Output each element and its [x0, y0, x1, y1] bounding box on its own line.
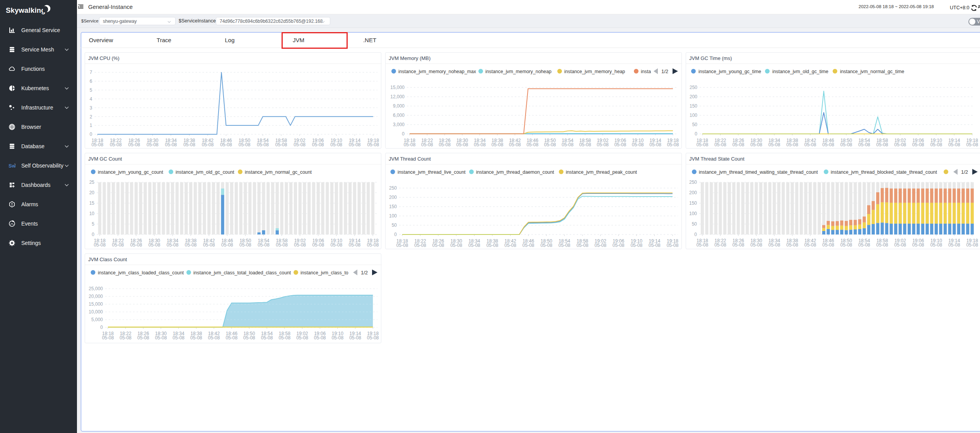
- svg-text:05-08: 05-08: [276, 242, 288, 248]
- svg-text:Sw: Sw: [9, 163, 15, 169]
- svg-text:50: 50: [692, 122, 698, 127]
- svg-text:250: 250: [689, 180, 697, 185]
- svg-text:05-08: 05-08: [649, 142, 661, 147]
- svg-text:05-08: 05-08: [858, 142, 870, 147]
- svg-text:05-08: 05-08: [786, 242, 798, 248]
- svg-text:05-08: 05-08: [632, 142, 644, 147]
- svg-text:05-08: 05-08: [257, 142, 269, 147]
- svg-text:instance_jvm_class_total_loade: instance_jvm_class_total_loaded_class_co…: [193, 270, 291, 276]
- svg-text:250: 250: [389, 185, 397, 191]
- svg-text:05-08: 05-08: [526, 142, 538, 147]
- svg-text:instance_jvm_normal_gc_count: instance_jvm_normal_gc_count: [245, 169, 312, 175]
- svg-text:0: 0: [402, 131, 405, 137]
- svg-text:1/2: 1/2: [961, 169, 968, 175]
- svg-text:25: 25: [89, 180, 95, 185]
- svg-text:4: 4: [90, 96, 92, 102]
- svg-text:15,000: 15,000: [89, 301, 103, 307]
- svg-text:100: 100: [690, 113, 697, 118]
- svg-text:05-08: 05-08: [172, 335, 184, 341]
- svg-text:05-08: 05-08: [102, 335, 114, 341]
- svg-text:instance_jvm_normal_gc_time: instance_jvm_normal_gc_time: [840, 69, 904, 74]
- svg-text:12,000: 12,000: [390, 94, 405, 99]
- svg-text:250: 250: [690, 85, 697, 90]
- svg-text:05-08: 05-08: [894, 242, 906, 248]
- svg-text:JVM Thread State Count: JVM Thread State Count: [689, 156, 744, 162]
- svg-text:150: 150: [389, 204, 397, 209]
- svg-text:05-08: 05-08: [120, 335, 131, 341]
- svg-text:05-08: 05-08: [349, 142, 361, 147]
- svg-text:3: 3: [90, 105, 92, 111]
- svg-text:5: 5: [92, 221, 94, 227]
- svg-text:instance_jvm_memory_noheap_max: instance_jvm_memory_noheap_max: [398, 69, 476, 74]
- svg-text:0: 0: [90, 132, 92, 137]
- svg-text:05-08: 05-08: [522, 243, 534, 248]
- svg-text:05-08: 05-08: [558, 243, 570, 248]
- svg-text:05-08: 05-08: [768, 142, 780, 147]
- svg-text:05-08: 05-08: [613, 243, 625, 248]
- svg-text:05-08: 05-08: [786, 142, 798, 147]
- svg-text:JVM GC Count: JVM GC Count: [88, 156, 122, 162]
- svg-text:JVM Memory (MB): JVM Memory (MB): [389, 55, 430, 61]
- svg-text:05-08: 05-08: [349, 335, 361, 341]
- svg-text:05-08: 05-08: [183, 142, 195, 147]
- svg-text:instance_jvm_memory_heap: instance_jvm_memory_heap: [564, 69, 625, 74]
- svg-text:05-08: 05-08: [349, 242, 361, 248]
- svg-text:instance_jvm_class_to: instance_jvm_class_to: [300, 270, 348, 276]
- svg-text:05-08: 05-08: [239, 142, 251, 147]
- svg-text:instance_jvm_memory_noheap: instance_jvm_memory_noheap: [485, 69, 551, 74]
- svg-text:instance_jvm_young_gc_time: instance_jvm_young_gc_time: [698, 69, 761, 74]
- svg-text:05-08: 05-08: [155, 335, 167, 341]
- svg-text:instance_jvm_class_loaded_clas: instance_jvm_class_loaded_class_count: [98, 270, 184, 276]
- svg-text:05-08: 05-08: [312, 242, 324, 248]
- svg-text:05-08: 05-08: [296, 335, 308, 341]
- svg-text:05-08: 05-08: [468, 243, 480, 248]
- svg-text:05-08: 05-08: [275, 142, 287, 147]
- svg-text:6: 6: [90, 79, 92, 84]
- svg-text:05-08: 05-08: [697, 242, 709, 248]
- svg-text:05-08: 05-08: [804, 242, 816, 248]
- svg-text:JVM Thread Count: JVM Thread Count: [389, 156, 431, 162]
- svg-text:10,000: 10,000: [89, 309, 103, 315]
- svg-text:150: 150: [689, 200, 697, 206]
- svg-text:50: 50: [392, 222, 397, 228]
- svg-text:20,000: 20,000: [89, 294, 103, 299]
- svg-text:10: 10: [89, 211, 95, 216]
- svg-text:05-08: 05-08: [137, 335, 149, 341]
- svg-text:05-08: 05-08: [966, 242, 978, 248]
- svg-text:05-08: 05-08: [130, 242, 142, 248]
- svg-text:05-08: 05-08: [421, 142, 433, 147]
- svg-text:05-08: 05-08: [948, 242, 960, 248]
- svg-text:JVM Class Count: JVM Class Count: [88, 257, 127, 262]
- svg-text:05-08: 05-08: [396, 243, 408, 248]
- svg-text:05-08: 05-08: [414, 243, 426, 248]
- svg-text:50: 50: [692, 221, 697, 227]
- svg-text:5,000: 5,000: [91, 317, 103, 322]
- svg-text:05-08: 05-08: [750, 242, 762, 248]
- svg-text:05-08: 05-08: [185, 242, 197, 248]
- svg-text:05-08: 05-08: [732, 142, 744, 147]
- svg-text:05-08: 05-08: [768, 242, 780, 248]
- svg-text:05-08: 05-08: [649, 243, 661, 248]
- svg-text:05-08: 05-08: [202, 142, 214, 147]
- svg-text:05-08: 05-08: [110, 142, 122, 147]
- svg-text:25,000: 25,000: [89, 286, 103, 291]
- svg-text:05-08: 05-08: [667, 243, 679, 248]
- svg-text:05-08: 05-08: [367, 142, 379, 147]
- svg-text:05-08: 05-08: [732, 242, 744, 248]
- svg-text:3,000: 3,000: [393, 122, 405, 127]
- svg-text:05-08: 05-08: [220, 142, 232, 147]
- svg-text:05-08: 05-08: [243, 335, 255, 341]
- svg-text:instance_jvm_thread_blocked_st: instance_jvm_thread_blocked_state_thread…: [831, 169, 937, 175]
- svg-text:05-08: 05-08: [912, 142, 924, 147]
- svg-text:05-08: 05-08: [714, 242, 726, 248]
- svg-text:05-08: 05-08: [147, 142, 159, 147]
- svg-text:200: 200: [389, 195, 397, 200]
- svg-text:05-08: 05-08: [930, 242, 942, 248]
- svg-text:05-08: 05-08: [577, 243, 589, 248]
- svg-text:instance_jvm_thread_daemon_cou: instance_jvm_thread_daemon_count: [476, 169, 554, 175]
- svg-text:05-08: 05-08: [239, 242, 251, 248]
- svg-text:0: 0: [694, 232, 697, 237]
- svg-text:1/2: 1/2: [661, 68, 668, 74]
- svg-text:05-08: 05-08: [579, 142, 591, 147]
- svg-text:100: 100: [689, 211, 697, 216]
